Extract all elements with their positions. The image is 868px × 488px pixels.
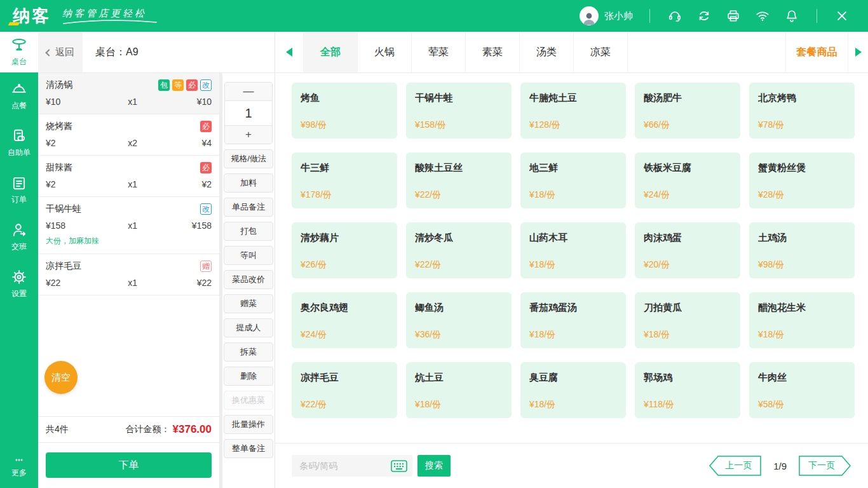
scroll-left-button[interactable] xyxy=(275,32,303,72)
order-remark-button[interactable]: 整单备注 xyxy=(224,439,273,458)
menu-item[interactable]: 烤鱼¥98/份 xyxy=(292,83,397,139)
badge-modified: 改 xyxy=(200,203,212,215)
menu-item[interactable]: 清炒藕片¥26/份 xyxy=(292,222,397,278)
item-actions-column: — 1 + 规格/做法 加料 单品备注 打包 等叫 菜品改价 赠菜 提成人 拆菜… xyxy=(222,73,275,488)
quantity-stepper: — 1 + xyxy=(224,82,273,144)
self-order-icon xyxy=(11,128,27,144)
gift-dish-button[interactable]: 赠菜 xyxy=(224,294,273,313)
next-page-button[interactable]: 下一页 xyxy=(798,455,851,477)
order-item[interactable]: 清汤锅 包 等 必 改 ¥10 x1 ¥10 xyxy=(38,73,219,114)
order-item[interactable]: 干锅牛蛙 改 ¥158 x1 ¥158 大份，加麻加辣 xyxy=(38,197,219,254)
sidebar-item-selfservice[interactable]: 自助单 xyxy=(0,119,38,166)
add-ingredient-button[interactable]: 加料 xyxy=(224,173,273,193)
menu-item[interactable]: 北京烤鸭¥78/份 xyxy=(749,83,855,139)
menu-item[interactable]: 牛三鲜¥178/份 xyxy=(292,152,397,208)
more-dots-icon xyxy=(11,456,27,464)
menu-item[interactable]: 番茄鸡蛋汤¥18/份 xyxy=(520,292,626,348)
order-item[interactable]: 甜辣酱 必 ¥2 x1 ¥2 xyxy=(38,156,219,197)
commission-button[interactable]: 提成人 xyxy=(224,318,273,337)
menu-item[interactable]: 牛腩炖土豆¥128/份 xyxy=(520,83,626,139)
menu-item[interactable]: 酸汤肥牛¥66/份 xyxy=(635,83,740,139)
search-button[interactable]: 搜索 xyxy=(417,455,451,477)
sidebar-item-tables[interactable]: 桌台 xyxy=(0,32,38,72)
change-price-button[interactable]: 菜品改价 xyxy=(224,270,273,289)
close-icon[interactable] xyxy=(834,8,850,24)
tab-soup[interactable]: 汤类 xyxy=(519,32,573,72)
order-item[interactable]: 烧烤酱 必 ¥2 x2 ¥4 xyxy=(38,114,219,156)
badge-wait: 等 xyxy=(172,79,184,91)
divider xyxy=(649,9,650,23)
menu-item[interactable]: 郭场鸡¥118/份 xyxy=(635,362,740,418)
scroll-right-button[interactable] xyxy=(848,32,868,72)
badge-required: 必 xyxy=(200,162,212,173)
menu-item[interactable]: 炕土豆¥18/份 xyxy=(406,362,512,418)
sync-icon[interactable] xyxy=(696,8,712,24)
sidebar-item-more[interactable]: 更多 xyxy=(0,446,38,488)
menu-item[interactable]: 肉沫鸡蛋¥20/份 xyxy=(635,222,740,278)
chevron-left-icon xyxy=(45,49,52,56)
menu-item[interactable]: 山药木耳¥18/份 xyxy=(520,222,626,278)
tab-all[interactable]: 全部 xyxy=(303,32,357,72)
menu-item[interactable]: 醋泡花生米¥18/份 xyxy=(749,292,855,348)
plus-button[interactable]: + xyxy=(225,126,272,144)
tab-meat[interactable]: 荤菜 xyxy=(411,32,465,72)
divider xyxy=(817,9,817,23)
menu-item[interactable]: 刀拍黄瓜¥18/份 xyxy=(635,292,740,348)
sidebar-item-order[interactable]: 点餐 xyxy=(0,72,38,119)
bell-icon[interactable] xyxy=(784,8,799,24)
arrow-left-icon xyxy=(286,48,292,57)
badge-required: 必 xyxy=(186,79,198,91)
printer-icon[interactable] xyxy=(726,8,741,24)
delete-button[interactable]: 删除 xyxy=(224,367,273,386)
batch-operation-button[interactable]: 批量操作 xyxy=(224,415,273,434)
page-indicator: 1/9 xyxy=(773,461,787,471)
split-dish-button[interactable]: 拆菜 xyxy=(224,342,273,362)
category-tabbar: 全部 火锅 荤菜 素菜 汤类 凉菜 套餐商品 xyxy=(275,32,868,73)
total-label: 合计金额： xyxy=(126,424,170,435)
keyboard-icon[interactable] xyxy=(391,460,407,472)
avatar xyxy=(580,6,599,25)
sidebar-item-shift[interactable]: 交班 xyxy=(0,214,38,261)
tab-hotpot[interactable]: 火锅 xyxy=(357,32,411,72)
swap-promo-button: 换优惠菜 xyxy=(224,391,273,410)
menu-item[interactable]: 清炒冬瓜¥22/份 xyxy=(406,222,512,278)
takeout-button[interactable]: 打包 xyxy=(224,222,273,241)
tab-vegetable[interactable]: 素菜 xyxy=(465,32,519,72)
slogan: 纳客管店更轻松 xyxy=(62,8,158,25)
menu-item[interactable]: 臭豆腐¥18/份 xyxy=(520,362,626,418)
menu-item[interactable]: 牛肉丝¥58/份 xyxy=(749,362,855,418)
sidebar-item-orders[interactable]: 订单 xyxy=(0,166,38,214)
badge-gift: 赠 xyxy=(200,261,212,272)
menu-footer: 搜索 上一页 1/9 下一页 xyxy=(275,443,868,488)
tab-combo[interactable]: 套餐商品 xyxy=(785,32,848,72)
badge-required: 必 xyxy=(200,121,212,132)
menu-item[interactable]: 凉拌毛豆¥22/份 xyxy=(292,362,397,418)
minus-button[interactable]: — xyxy=(225,83,272,100)
back-button[interactable]: 返回 xyxy=(38,32,83,72)
spec-method-button[interactable]: 规格/做法 xyxy=(224,149,273,168)
item-remark-button[interactable]: 单品备注 xyxy=(224,198,273,217)
menu-item[interactable]: 铁板米豆腐¥24/份 xyxy=(635,152,740,208)
user-chip[interactable]: 张小帅 xyxy=(580,6,639,25)
menu-item[interactable]: 地三鲜¥18/份 xyxy=(520,152,626,208)
customer-service-icon[interactable] xyxy=(667,8,682,24)
menu-item[interactable]: 奥尔良鸡翅¥24/份 xyxy=(292,292,397,348)
menu-item[interactable]: 鲫鱼汤¥36/份 xyxy=(406,292,512,348)
order-item[interactable]: 凉拌毛豆 赠 ¥22 x1 ¥22 xyxy=(38,254,219,295)
badge-modified: 改 xyxy=(200,79,212,91)
menu-grid: 烤鱼¥98/份 干锅牛蛙¥158/份 牛腩炖土豆¥128/份 酸汤肥牛¥66/份… xyxy=(292,83,855,418)
menu-item[interactable]: 干锅牛蛙¥158/份 xyxy=(406,83,512,139)
menu-item[interactable]: 酸辣土豆丝¥22/份 xyxy=(406,152,512,208)
order-panel-header: 返回 桌台：A9 xyxy=(38,32,275,73)
shift-change-icon xyxy=(11,222,27,238)
menu-item[interactable]: 蟹黄粉丝煲¥28/份 xyxy=(749,152,855,208)
menu-item[interactable]: 土鸡汤¥98/份 xyxy=(749,222,855,278)
prev-page-button[interactable]: 上一页 xyxy=(709,455,762,477)
wait-call-button[interactable]: 等叫 xyxy=(224,246,273,265)
sidebar-item-settings[interactable]: 设置 xyxy=(0,261,38,308)
clear-button[interactable]: 清空 xyxy=(44,361,78,394)
topbar: 纳客 纳客管店更轻松 张小帅 xyxy=(0,0,868,32)
submit-order-button[interactable]: 下单 xyxy=(46,452,212,478)
wifi-icon[interactable] xyxy=(755,8,770,24)
tab-cold[interactable]: 凉菜 xyxy=(573,32,627,72)
